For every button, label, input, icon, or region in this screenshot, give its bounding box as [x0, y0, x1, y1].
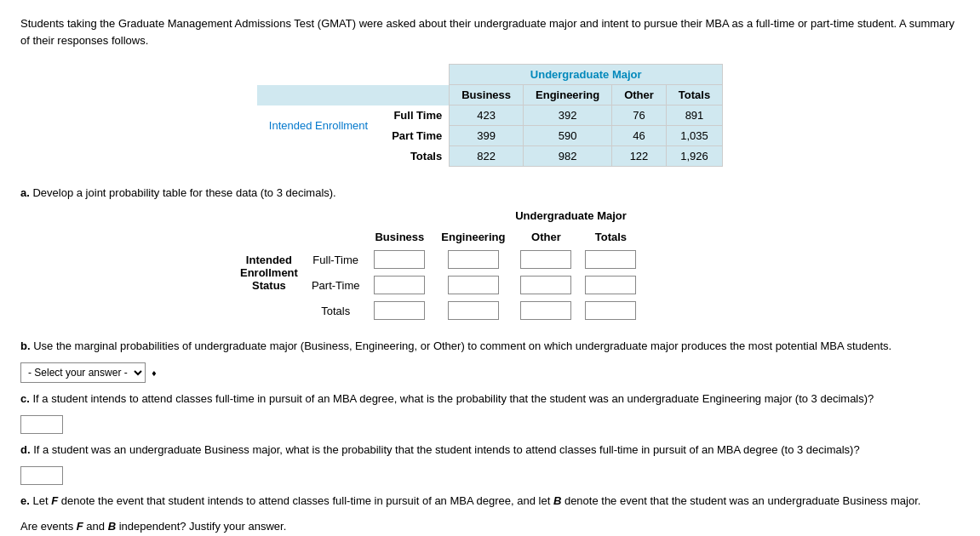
question-c-text: If a student intends to attend classes f…	[32, 392, 874, 405]
joint-table-section: Undergraduate Major Business Engineering…	[29, 209, 960, 323]
col-header-other: Other	[612, 85, 667, 105]
joint-probability-table: Business Engineering Other Totals Intend…	[233, 227, 643, 323]
col-header-engineering: Engineering	[524, 85, 612, 105]
main-table-container: Undergraduate Major Business Engineering…	[20, 64, 960, 167]
part-time-label: Part Time	[380, 126, 450, 146]
pt-totals: 1,035	[666, 126, 722, 146]
question-d-section: d. If a student was an undergraduate Bus…	[20, 441, 960, 485]
joint-table-header: Undergraduate Major	[182, 209, 960, 222]
tot-engineering: 982	[524, 146, 612, 167]
totals-row-label: Totals	[305, 298, 367, 323]
joint-pt-business-input[interactable]	[374, 276, 425, 294]
joint-pt-totals-input[interactable]	[585, 276, 636, 294]
intro-paragraph: Students taking the Graduate Management …	[20, 15, 957, 48]
ft-engineering: 392	[524, 105, 612, 126]
joint-col-business: Business	[366, 227, 433, 247]
question-e-text3: denote the event that the student was an…	[565, 494, 920, 507]
joint-row-totals: Totals	[233, 298, 643, 323]
ft-other: 76	[612, 105, 667, 126]
joint-ft-business-input[interactable]	[374, 250, 425, 269]
question-a-line: a. Develop a joint probability table for…	[20, 184, 960, 202]
ft-business: 423	[450, 105, 524, 126]
question-d-line: d. If a student was an undergraduate Bus…	[20, 441, 960, 459]
question-b-section: b. Use the marginal probabilities of und…	[20, 337, 960, 383]
question-d-input[interactable]	[20, 466, 63, 485]
question-e-label: e.	[20, 494, 30, 507]
question-e-B-var2: B	[108, 520, 119, 533]
tot-totals: 1,926	[666, 146, 722, 167]
full-time-label: Full Time	[380, 105, 450, 126]
question-e-text4: Are events	[20, 520, 73, 533]
joint-tot-other-input[interactable]	[520, 301, 571, 320]
fulltime-row-label: Full-Time	[305, 247, 367, 272]
question-a-label: a.	[20, 186, 30, 199]
joint-tot-engineering-input[interactable]	[448, 301, 499, 320]
stepper-icon: ⬧	[151, 366, 158, 379]
totals-label: Totals	[380, 146, 450, 167]
intended-enrollment-status-label: IntendedEnrollmentStatus	[233, 247, 305, 298]
joint-col-totals: Totals	[578, 227, 643, 247]
tot-other: 122	[612, 146, 667, 167]
question-b-text: Use the marginal probabilities of underg…	[33, 339, 891, 352]
question-b-select-container: - Select your answer - Business Engineer…	[20, 362, 960, 383]
joint-pt-engineering-input[interactable]	[448, 276, 499, 294]
question-e-text6: independent? Justify your answer.	[119, 520, 287, 533]
joint-ft-other-input[interactable]	[520, 250, 571, 269]
question-c-input[interactable]	[20, 415, 63, 434]
intended-enrollment-link[interactable]: Intended Enrollment	[269, 119, 368, 132]
question-c-line: c. If a student intends to attend classe…	[20, 390, 960, 408]
parttime-row-label: Part-Time	[305, 272, 367, 298]
main-summary-table: Undergraduate Major Business Engineering…	[257, 64, 723, 167]
joint-ft-engineering-input[interactable]	[448, 250, 499, 269]
question-c-label: c.	[20, 392, 30, 405]
question-b-label: b.	[20, 339, 31, 352]
question-c-section: c. If a student intends to attend classe…	[20, 390, 960, 434]
joint-pt-other-input[interactable]	[520, 276, 571, 294]
ft-totals: 891	[666, 105, 722, 126]
question-e-text1: Let	[32, 494, 51, 507]
question-d-label: d.	[20, 443, 31, 456]
question-e-text5: and	[86, 520, 105, 533]
col-header-business: Business	[450, 85, 524, 105]
joint-col-engineering: Engineering	[433, 227, 513, 247]
question-a-text: Develop a joint probability table for th…	[32, 186, 335, 199]
question-e-text2: denote the event that student intends to…	[61, 494, 551, 507]
pt-business: 399	[450, 126, 524, 146]
pt-other: 46	[612, 126, 667, 146]
undergrad-major-header: Undergraduate Major	[450, 65, 723, 85]
joint-tot-totals-input[interactable]	[585, 301, 636, 320]
joint-col-other: Other	[513, 227, 578, 247]
question-b-line: b. Use the marginal probabilities of und…	[20, 337, 960, 356]
question-e-F-var2: F	[77, 520, 87, 533]
question-d-text: If a student was an undergraduate Busine…	[33, 443, 860, 456]
question-e-B-var: B	[553, 494, 561, 507]
pt-engineering: 590	[524, 126, 612, 146]
joint-tot-business-input[interactable]	[374, 301, 425, 320]
col-header-totals: Totals	[666, 85, 722, 105]
question-e-line2: Are events F and B independent? Justify …	[20, 517, 960, 536]
joint-row-fulltime: IntendedEnrollmentStatus Full-Time	[233, 247, 643, 272]
joint-ft-totals-input[interactable]	[585, 250, 636, 269]
question-a-section: a. Develop a joint probability table for…	[20, 184, 960, 202]
question-e-line: e. Let F denote the event that student i…	[20, 492, 960, 510]
question-e-F-var: F	[51, 494, 58, 507]
tot-business: 822	[450, 146, 524, 167]
question-b-select[interactable]: - Select your answer - Business Engineer…	[20, 362, 146, 383]
question-e-section: e. Let F denote the event that student i…	[20, 492, 960, 536]
